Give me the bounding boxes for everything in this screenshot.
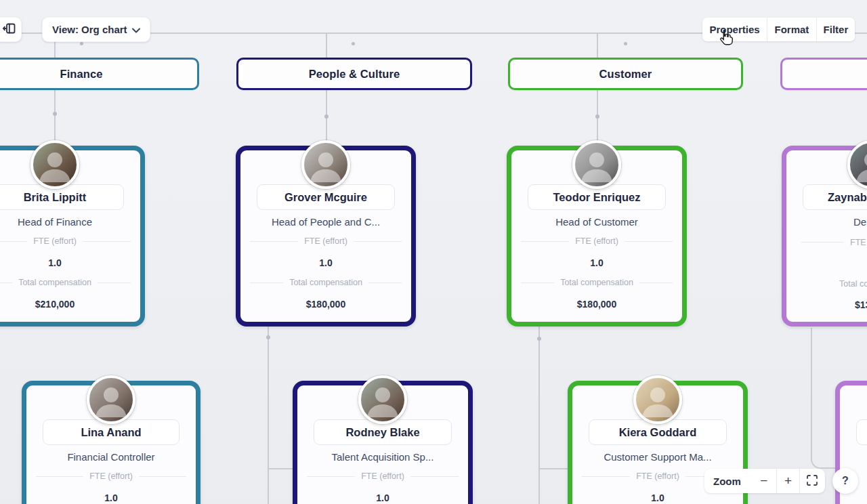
filter-button[interactable]: Filter	[816, 18, 855, 41]
fte-divider	[801, 242, 843, 243]
connector-zaynab-elbow-line	[811, 328, 837, 469]
connector-dot	[537, 337, 541, 341]
department-header-finance[interactable]: Finance	[0, 58, 199, 90]
compensation-value: $180,000	[517, 299, 677, 310]
person-card-lina-anand[interactable]: Lina Anand Financial Controller FTE (eff…	[22, 381, 200, 504]
person-title: Des	[853, 216, 867, 228]
department-header-clipped[interactable]	[780, 58, 867, 90]
person-title: Head of Finance	[0, 216, 135, 228]
person-card-grover-mcguire[interactable]: Grover Mcguire Head of People and C... F…	[236, 146, 416, 327]
fte-label: FTE (effort)	[307, 471, 459, 481]
chevron-down-icon	[132, 24, 140, 36]
compensation-value: $180,000	[246, 299, 406, 310]
fte-label: FTE (	[850, 238, 867, 247]
person-card-brita-lippitt[interactable]: Brita Lippitt Head of Finance FTE (effor…	[0, 146, 145, 327]
person-card-rodney-blake[interactable]: Rodney Blake Talent Acquisition Sp... FT…	[293, 381, 473, 504]
connector-dot	[595, 114, 599, 119]
connector-dot	[80, 42, 83, 45]
person-name: Grover Mcguire	[284, 191, 367, 204]
fte-value: 1.0	[517, 257, 677, 268]
help-label: ?	[842, 475, 849, 487]
help-button[interactable]: ?	[832, 468, 858, 494]
avatar	[633, 375, 682, 424]
zoom-toolbar: Zoom − +	[704, 469, 825, 493]
fit-to-screen-button[interactable]	[799, 469, 825, 493]
format-button[interactable]: Format	[767, 18, 816, 41]
person-name: Zaynab	[828, 191, 867, 204]
properties-button[interactable]: Properties	[702, 18, 767, 41]
view-selector-button[interactable]: View: Org chart	[42, 17, 150, 42]
fullscreen-icon	[807, 475, 818, 488]
connector-dot	[352, 42, 355, 45]
fte-value: 1.0	[32, 492, 190, 503]
department-header-customer[interactable]: Customer	[508, 58, 743, 90]
person-card-teodor-enriquez[interactable]: Teodor Enriquez Head of Customer FTE (ef…	[507, 146, 687, 327]
person-name: Rodney Blake	[345, 426, 419, 439]
compensation-label: Total com	[839, 279, 867, 289]
person-name: Lina Anand	[81, 426, 141, 439]
fte-label: FTE (effort)	[0, 236, 131, 246]
person-title: Head of People and C...	[246, 216, 406, 228]
connector-teodor-children-line	[538, 327, 540, 504]
panel-toolbar: Properties Format Filter	[702, 18, 855, 41]
person-name-box: Zaynab	[803, 184, 867, 210]
connector-dot	[624, 42, 627, 45]
sidebar-toggle-icon	[3, 22, 16, 38]
connector-dot	[324, 114, 329, 119]
fte-label: FTE (effort)	[521, 236, 673, 246]
department-label: Customer	[599, 68, 652, 81]
fte-label: FTE (effort)	[250, 236, 402, 246]
person-name: Brita Lippitt	[24, 191, 87, 204]
fte-label: FTE (effort)	[36, 471, 186, 481]
avatar	[358, 375, 407, 424]
view-selector-label: View: Org chart	[52, 24, 127, 35]
zoom-label: Zoom	[713, 476, 741, 487]
sidebar-toggle-button[interactable]	[0, 17, 22, 42]
minus-icon: −	[760, 474, 767, 488]
fte-value: 1.0	[303, 492, 463, 503]
person-name-box: Brita Lippitt	[0, 184, 124, 210]
connector-teodor-branch-line	[539, 468, 568, 469]
person-name: Kiera Goddard	[619, 426, 697, 439]
connector-dot	[53, 112, 57, 116]
compensation-value: $130	[855, 299, 867, 310]
person-card-zaynab[interactable]: Zaynab Des FTE ( 1 Total com $130	[782, 146, 867, 327]
avatar	[87, 375, 135, 424]
compensation-value: $210,000	[0, 299, 135, 310]
fte-value: 1.0	[578, 492, 738, 503]
avatar	[572, 140, 621, 189]
person-title: Talent Acquisition Sp...	[303, 451, 463, 463]
avatar	[847, 140, 867, 189]
connector-dot	[266, 335, 270, 339]
avatar	[301, 140, 350, 189]
person-title: Head of Customer	[517, 216, 677, 228]
compensation-label: Total compensation	[521, 278, 673, 287]
connector-grover-children-line	[268, 327, 269, 504]
zoom-out-button[interactable]: Zoom −	[704, 469, 776, 493]
compensation-label: Total compensation	[250, 278, 402, 287]
plus-icon: +	[784, 474, 792, 488]
person-title: Financial Controller	[32, 451, 190, 463]
person-title: Customer Support Ma...	[578, 451, 738, 463]
department-label: Finance	[60, 68, 102, 81]
compensation-label: Total compensation	[0, 278, 131, 287]
connector-grover-branch-line	[268, 468, 293, 469]
department-header-people-culture[interactable]: People & Culture	[236, 58, 472, 90]
department-label: People & Culture	[309, 68, 400, 81]
org-chart-canvas[interactable]: Finance People & Culture Customer Brita …	[0, 0, 867, 504]
person-name: Teodor Enriquez	[553, 191, 641, 204]
zoom-in-button[interactable]: +	[776, 469, 799, 493]
fte-value: 1.0	[246, 257, 406, 268]
avatar	[30, 140, 79, 189]
fte-value: 1.0	[0, 257, 135, 268]
person-name-box	[856, 419, 867, 445]
